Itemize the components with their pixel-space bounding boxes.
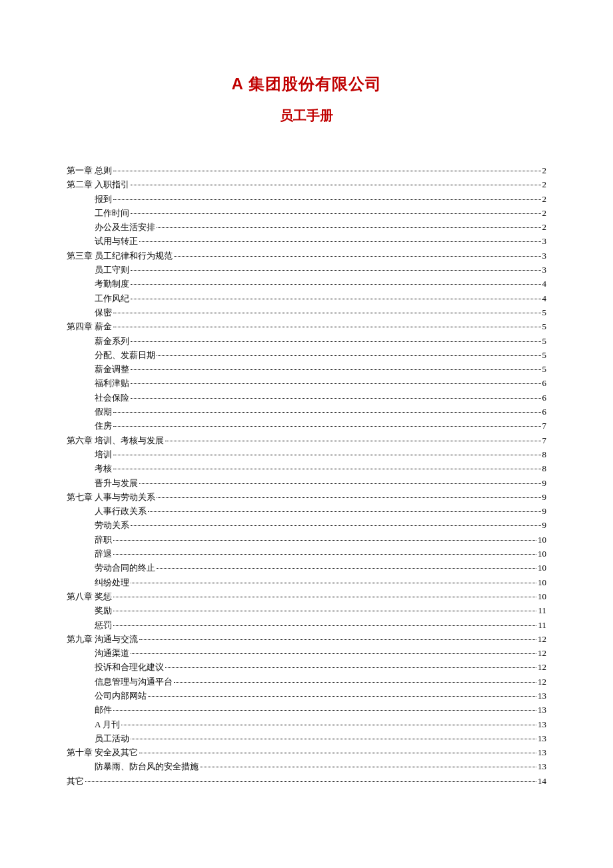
toc-leader-dots: [139, 753, 536, 753]
toc-entry[interactable]: 第一章 总则2: [67, 166, 546, 175]
toc-entry-page: 8: [542, 464, 547, 473]
toc-entry-label: 劳动关系: [95, 521, 129, 529]
toc-entry[interactable]: 劳动关系9: [67, 521, 546, 529]
toc-entry[interactable]: 第六章 培训、考核与发展7: [67, 436, 546, 445]
toc-entry[interactable]: 第三章 员工纪律和行为规范3: [67, 251, 546, 260]
toc-leader-dots: [131, 213, 541, 214]
toc-entry-page: 8: [542, 450, 547, 459]
toc-entry[interactable]: 工作时间2: [67, 209, 546, 217]
toc-entry-page: 13: [538, 720, 546, 729]
toc-entry[interactable]: 人事行政关系9: [67, 507, 546, 515]
toc-entry-label: 第六章 培训、考核与发展: [67, 436, 164, 445]
toc-entry[interactable]: 劳动合同的终止10: [67, 563, 546, 572]
toc-entry[interactable]: 第七章 人事与劳动关系9: [67, 493, 546, 501]
toc-entry[interactable]: 福利津贴6: [67, 379, 546, 387]
toc-entry-label: 劳动合同的终止: [95, 563, 155, 572]
toc-entry-page: 10: [538, 535, 546, 544]
toc-entry-label: 薪金系列: [95, 337, 129, 345]
toc-entry-label: 第十章 安全及其它: [67, 748, 138, 757]
toc-entry-label: 考勤制度: [95, 279, 129, 288]
toc-entry[interactable]: 分配、发薪日期5: [67, 351, 546, 359]
company-title: A 集团股份有限公司: [67, 73, 546, 95]
toc-entry-page: 4: [542, 294, 547, 303]
toc-leader-dots: [148, 511, 541, 512]
toc-entry[interactable]: 薪金系列5: [67, 337, 546, 345]
toc-leader-dots: [131, 270, 541, 271]
toc-entry-page: 5: [542, 322, 547, 331]
toc-leader-dots: [148, 696, 536, 697]
toc-entry-label: 第八章 奖惩: [67, 592, 112, 601]
toc-entry-page: 10: [538, 578, 546, 587]
toc-entry[interactable]: 考核8: [67, 464, 546, 473]
toc-entry[interactable]: 辞退10: [67, 549, 546, 558]
toc-entry-label: 考核: [95, 464, 112, 473]
toc-entry[interactable]: 公司内部网站13: [67, 691, 546, 700]
toc-entry[interactable]: 辞职10: [67, 535, 546, 544]
toc-entry[interactable]: 晋升与发展9: [67, 479, 546, 487]
toc-entry-label: 工作风纪: [95, 294, 129, 303]
toc-entry-page: 6: [542, 393, 547, 402]
toc-entry[interactable]: 第八章 奖惩10: [67, 592, 546, 601]
toc-entry[interactable]: 社会保险6: [67, 393, 546, 402]
toc-entry[interactable]: 信息管理与沟通平台12: [67, 677, 546, 686]
toc-leader-dots: [113, 469, 541, 469]
toc-entry-page: 13: [538, 762, 546, 771]
toc-entry-page: 14: [538, 777, 546, 785]
toc-entry[interactable]: A 月刊13: [67, 720, 546, 729]
toc-entry[interactable]: 第四章 薪金5: [67, 322, 546, 331]
toc-entry-label: 第二章 入职指引: [67, 180, 129, 189]
toc-entry-label: A 月刊: [95, 720, 120, 729]
toc-entry-label: 邮件: [95, 705, 112, 714]
toc-entry-page: 9: [542, 507, 547, 515]
toc-entry-page: 6: [542, 407, 547, 416]
toc-entry-label: 第七章 人事与劳动关系: [67, 493, 155, 501]
toc-entry[interactable]: 防暴雨、防台风的安全措施13: [67, 762, 546, 771]
toc-leader-dots: [139, 639, 536, 640]
toc-entry-page: 5: [542, 365, 547, 373]
table-of-contents: 第一章 总则2第二章 入职指引2报到2工作时间2办公及生活安排2试用与转正3第三…: [67, 166, 546, 785]
toc-entry-page: 2: [542, 195, 547, 203]
toc-entry-page: 3: [542, 237, 547, 245]
toc-entry[interactable]: 第九章 沟通与交流12: [67, 635, 546, 643]
toc-entry[interactable]: 考勤制度4: [67, 279, 546, 288]
toc-entry[interactable]: 沟通渠道12: [67, 649, 546, 657]
toc-entry[interactable]: 奖励11: [67, 606, 546, 615]
toc-leader-dots: [157, 355, 541, 356]
toc-entry-page: 7: [542, 436, 547, 445]
toc-entry-label: 薪金调整: [95, 365, 129, 373]
toc-entry-page: 6: [542, 379, 547, 387]
toc-entry-page: 12: [538, 635, 546, 643]
toc-entry[interactable]: 其它14: [67, 777, 546, 785]
toc-entry-page: 11: [538, 606, 546, 615]
toc-entry[interactable]: 员工活动13: [67, 734, 546, 743]
toc-entry[interactable]: 第二章 入职指引2: [67, 180, 546, 189]
toc-entry[interactable]: 工作风纪4: [67, 294, 546, 303]
toc-entry-label: 辞退: [95, 549, 112, 558]
toc-entry[interactable]: 纠纷处理10: [67, 578, 546, 587]
toc-entry[interactable]: 投诉和合理化建议12: [67, 663, 546, 671]
toc-entry[interactable]: 假期6: [67, 407, 546, 416]
toc-leader-dots: [131, 284, 541, 285]
toc-entry[interactable]: 薪金调整5: [67, 365, 546, 373]
toc-leader-dots: [113, 554, 536, 555]
toc-entry[interactable]: 惩罚11: [67, 621, 546, 629]
toc-entry-label: 辞职: [95, 535, 112, 544]
toc-entry[interactable]: 第十章 安全及其它13: [67, 748, 546, 757]
toc-entry-page: 10: [538, 549, 546, 558]
toc-entry[interactable]: 邮件13: [67, 705, 546, 714]
toc-entry[interactable]: 保密5: [67, 308, 546, 317]
toc-entry-label: 晋升与发展: [95, 479, 138, 487]
toc-leader-dots: [113, 426, 541, 427]
toc-entry[interactable]: 办公及生活安排2: [67, 223, 546, 231]
toc-entry-label: 惩罚: [95, 621, 112, 629]
toc-entry[interactable]: 培训8: [67, 450, 546, 459]
toc-entry[interactable]: 住房7: [67, 421, 546, 430]
document-header: A 集团股份有限公司 员工手册: [67, 73, 546, 125]
toc-entry-label: 假期: [95, 407, 112, 416]
toc-leader-dots: [113, 199, 541, 200]
toc-entry[interactable]: 员工守则3: [67, 265, 546, 274]
toc-entry[interactable]: 试用与转正3: [67, 237, 546, 245]
toc-entry-page: 10: [538, 563, 546, 572]
toc-entry[interactable]: 报到2: [67, 195, 546, 203]
toc-entry-page: 12: [538, 677, 546, 686]
